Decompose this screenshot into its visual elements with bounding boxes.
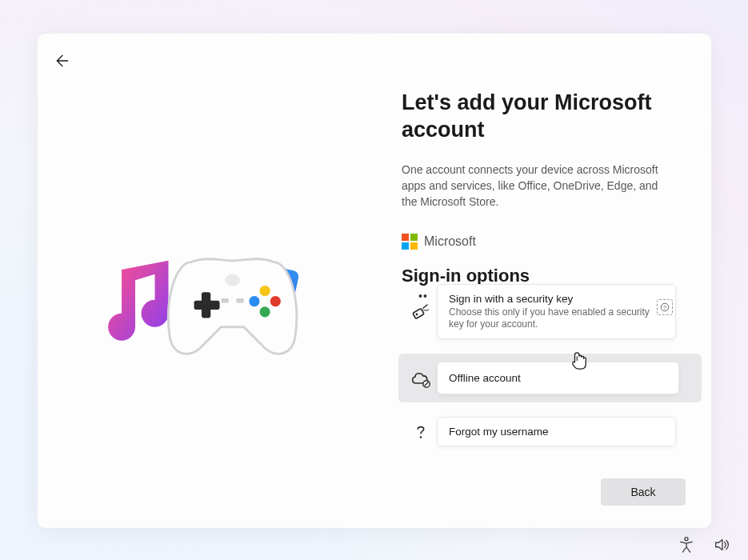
svg-point-7 xyxy=(260,306,270,317)
page-subtitle: One account connects your device across … xyxy=(402,162,674,210)
option-security-key-desc: Choose this only if you have enabled a s… xyxy=(449,306,664,330)
option-offline-account-card[interactable]: Offline account xyxy=(437,362,679,394)
oobe-card: Let's add your Microsoft account One acc… xyxy=(38,34,711,528)
option-security-key-title: Sign in with a security key xyxy=(449,293,664,305)
content-pane: Let's add your Microsoft account One acc… xyxy=(402,90,690,296)
oobe-illustration xyxy=(110,238,306,370)
signin-options-list: Sign in with a security key Choose this … xyxy=(402,284,686,461)
option-security-key[interactable]: Sign in with a security key Choose this … xyxy=(402,284,686,339)
svg-point-13 xyxy=(416,313,418,315)
option-forgot-username-card[interactable]: Forgot my username xyxy=(437,417,676,446)
svg-text:?: ? xyxy=(663,305,666,310)
help-dashed-icon[interactable]: ? xyxy=(657,299,673,315)
svg-rect-10 xyxy=(236,298,243,303)
microsoft-logo-icon xyxy=(402,234,418,250)
microsoft-brand: Microsoft xyxy=(402,234,690,250)
volume-icon[interactable] xyxy=(713,536,730,554)
accessibility-icon[interactable] xyxy=(678,536,695,554)
svg-point-16 xyxy=(420,436,422,438)
svg-point-4 xyxy=(260,286,270,296)
illustration-pane xyxy=(38,34,366,528)
svg-rect-9 xyxy=(221,298,228,303)
page-title: Let's add your Microsoft account xyxy=(402,90,690,144)
question-icon xyxy=(405,422,437,442)
microsoft-brand-text: Microsoft xyxy=(424,234,476,249)
svg-point-8 xyxy=(225,274,240,286)
system-tray xyxy=(678,536,730,554)
cloud-offline-icon xyxy=(405,369,437,388)
option-forgot-username[interactable]: Forgot my username xyxy=(402,417,686,446)
option-offline-account-title: Offline account xyxy=(449,372,667,384)
svg-rect-11 xyxy=(413,308,424,318)
option-offline-account[interactable]: Offline account xyxy=(398,354,702,402)
svg-point-6 xyxy=(249,296,259,306)
option-forgot-username-title: Forgot my username xyxy=(449,426,664,438)
svg-point-20 xyxy=(685,538,688,541)
option-security-key-card[interactable]: Sign in with a security key Choose this … xyxy=(437,284,676,339)
svg-point-5 xyxy=(270,296,281,306)
svg-line-12 xyxy=(423,305,427,308)
security-key-icon xyxy=(405,302,437,322)
svg-rect-3 xyxy=(194,301,220,310)
back-button[interactable]: Back xyxy=(601,478,686,506)
